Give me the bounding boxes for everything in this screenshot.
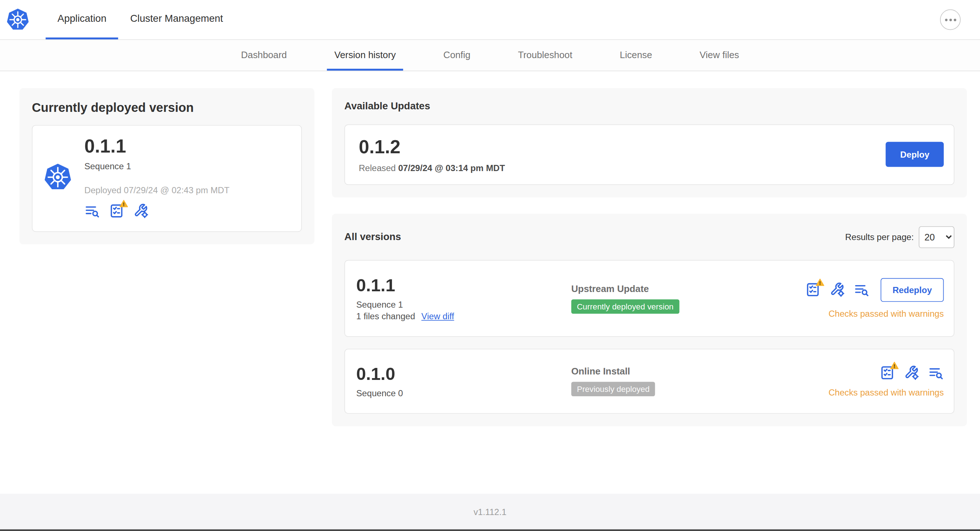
page-root: Application Cluster Management Dashboard… [0,0,980,531]
preflight-checks-button[interactable] [805,282,821,297]
row-action-icons: Redeploy [805,278,944,302]
warning-icon [890,361,899,370]
files-changed-label: 1 files changed [356,311,415,321]
tab-dashboard[interactable]: Dashboard [234,40,294,70]
deployed-status-badge: Currently deployed version [571,299,679,314]
topnav-tabs: Application Cluster Management [46,0,235,39]
config-icon [133,203,149,218]
currently-deployed-card: Currently deployed version 0.1.1 Sequenc… [19,88,314,244]
deploy-button[interactable]: Deploy [886,142,944,167]
tab-config[interactable]: Config [436,40,478,70]
currently-deployed-version-card: 0.1.1 Sequence 1 Deployed 07/29/24 @ 02:… [32,125,302,231]
ellipsis-icon [945,19,956,21]
row-files-line: 1 files changed View diff [356,311,571,321]
more-options-button[interactable] [940,10,961,30]
available-updates-title: Available Updates [344,100,954,112]
checks-status: Checks passed with warnings [829,387,944,397]
config-button[interactable] [133,203,149,218]
released-date: 07/29/24 @ 03:14 pm MDT [398,163,505,173]
row-source-info: Online Install Previously deployed [571,366,829,396]
row-action-icons [829,365,944,381]
tab-view-files[interactable]: View files [692,40,746,70]
app-version: v1.112.1 [474,507,507,517]
config-button[interactable] [829,282,845,297]
row-version-info: 0.1.1 Sequence 1 1 files changed View di… [356,275,571,321]
row-version-number: 0.1.1 [356,275,571,295]
results-per-page: Results per page: 20 [845,226,955,248]
update-version-info: 0.1.2 Released 07/29/24 @ 03:14 pm MDT [359,136,505,173]
tab-troubleshoot[interactable]: Troubleshoot [510,40,580,70]
release-notes-button[interactable] [854,282,869,297]
version-row: 0.1.0 Sequence 0 Online Install Previous… [344,349,954,414]
deployed-timestamp: Deployed 07/29/24 @ 02:43 pm MDT [84,184,229,195]
row-version-info: 0.1.0 Sequence 0 [356,364,571,398]
redeploy-button[interactable]: Redeploy [880,278,944,302]
deployed-sequence: Sequence 1 [84,161,229,171]
config-button[interactable] [904,365,920,381]
main-content: Currently deployed version 0.1.1 Sequenc… [0,71,980,426]
previously-deployed-badge: Previously deployed [571,382,655,397]
deployed-icon-row [84,203,229,218]
preflight-checks-button[interactable] [108,203,124,218]
deployed-version-number: 0.1.1 [84,135,229,157]
warning-icon [119,199,128,208]
app-subnav: Dashboard Version history Config Trouble… [0,40,980,71]
all-versions-header: All versions Results per page: 20 [344,226,954,248]
config-icon [904,365,920,381]
kubernetes-logo-icon [6,8,29,31]
results-per-page-label: Results per page: [845,232,914,242]
version-row: 0.1.1 Sequence 1 1 files changed View di… [344,260,954,337]
release-notes-button[interactable] [928,365,944,381]
version-source-label: Online Install [571,366,829,376]
update-released-line: Released 07/29/24 @ 03:14 pm MDT [359,163,505,173]
all-versions-title: All versions [344,231,401,243]
row-actions-block: Redeploy Checks passed with warnings [805,278,944,318]
row-sequence: Sequence 1 [356,299,571,310]
preflight-checks-button[interactable] [880,365,895,381]
tab-license[interactable]: License [612,40,660,70]
release-notes-icon [84,203,100,218]
available-update-row: 0.1.2 Released 07/29/24 @ 03:14 pm MDT D… [344,124,954,184]
release-notes-icon [854,282,869,297]
row-source-info: Upstream Update Currently deployed versi… [571,283,805,313]
checks-status: Checks passed with warnings [805,308,944,318]
available-updates-card: Available Updates 0.1.2 Released 07/29/2… [332,88,967,197]
version-source-label: Upstream Update [571,283,805,294]
row-version-number: 0.1.0 [356,364,571,384]
release-notes-icon [928,365,944,381]
release-notes-button[interactable] [84,203,100,218]
all-versions-card: All versions Results per page: 20 0.1.1 … [332,213,967,426]
config-icon [829,282,845,297]
tab-version-history[interactable]: Version history [327,40,404,70]
view-diff-link[interactable]: View diff [422,311,454,321]
results-per-page-select[interactable]: 20 [919,226,954,248]
warning-icon [815,278,824,287]
currently-deployed-title: Currently deployed version [32,100,302,115]
footer: v1.112.1 [0,494,980,531]
top-nav: Application Cluster Management [0,0,980,40]
released-label: Released [359,163,396,173]
row-sequence: Sequence 0 [356,388,571,398]
kubernetes-logo-icon [44,163,72,191]
tab-cluster-management[interactable]: Cluster Management [118,0,235,39]
tab-application[interactable]: Application [46,0,118,39]
row-actions-block: Checks passed with warnings [829,365,944,397]
update-version-number: 0.1.2 [359,136,505,157]
right-column: Available Updates 0.1.2 Released 07/29/2… [332,88,967,426]
deployed-version-info: 0.1.1 Sequence 1 Deployed 07/29/24 @ 02:… [84,135,229,218]
